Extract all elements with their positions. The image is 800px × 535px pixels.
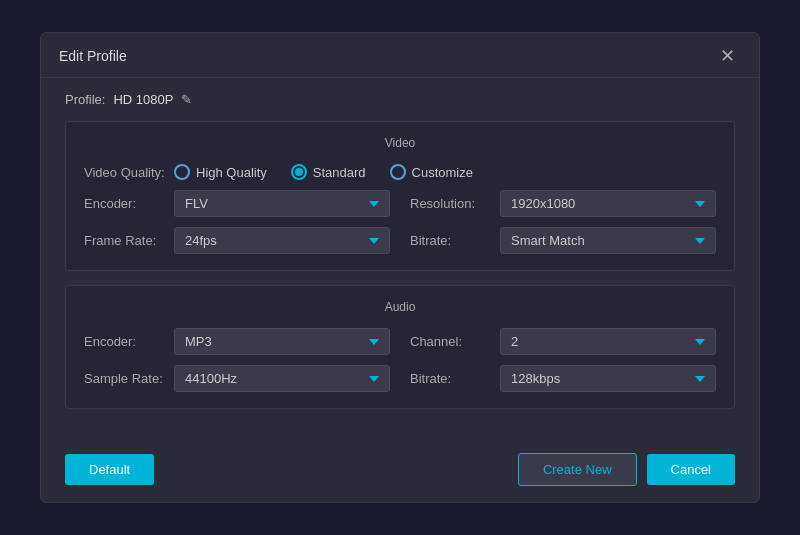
video-quality-radio-group: High Quality Standard Customize xyxy=(174,164,716,180)
close-button[interactable]: ✕ xyxy=(714,45,741,67)
framerate-bitrate-row: Frame Rate: 24fps 25fps 30fps 60fps Bitr… xyxy=(84,227,716,254)
resolution-col: Resolution: 1920x1080 1280x720 640x480 xyxy=(410,190,716,217)
video-quality-row: Video Quality: High Quality Standard Cus… xyxy=(84,164,716,180)
edit-icon[interactable]: ✎ xyxy=(181,92,192,107)
create-new-button[interactable]: Create New xyxy=(518,453,637,486)
channel-label: Channel: xyxy=(410,334,500,349)
audio-section: Audio Encoder: MP3 AAC WAV OGG Channel: … xyxy=(65,285,735,409)
radio-high-quality[interactable]: High Quality xyxy=(174,164,267,180)
default-button[interactable]: Default xyxy=(65,454,154,485)
frame-rate-select[interactable]: 24fps 25fps 30fps 60fps xyxy=(174,227,390,254)
audio-bitrate-label: Bitrate: xyxy=(410,371,500,386)
video-encoder-select[interactable]: FLV H.264 H.265 MPEG-4 xyxy=(174,190,390,217)
radio-customize[interactable]: Customize xyxy=(390,164,473,180)
video-bitrate-select[interactable]: Smart Match Custom High Medium Low xyxy=(500,227,716,254)
sample-rate-label: Sample Rate: xyxy=(84,371,174,386)
radio-label-customize: Customize xyxy=(412,165,473,180)
frame-rate-col: Frame Rate: 24fps 25fps 30fps 60fps xyxy=(84,227,390,254)
video-bitrate-col: Bitrate: Smart Match Custom High Medium … xyxy=(410,227,716,254)
encoder-resolution-row: Encoder: FLV H.264 H.265 MPEG-4 Resoluti… xyxy=(84,190,716,217)
dialog-title: Edit Profile xyxy=(59,48,127,64)
profile-name: HD 1080P xyxy=(113,92,173,107)
channel-select[interactable]: 1 2 xyxy=(500,328,716,355)
profile-label: Profile: xyxy=(65,92,105,107)
encoder-col: Encoder: FLV H.264 H.265 MPEG-4 xyxy=(84,190,390,217)
video-encoder-label: Encoder: xyxy=(84,196,174,211)
samplerate-bitrate-row: Sample Rate: 44100Hz 22050Hz 48000Hz Bit… xyxy=(84,365,716,392)
audio-encoder-label: Encoder: xyxy=(84,334,174,349)
profile-row: Profile: HD 1080P ✎ xyxy=(65,92,735,107)
radio-standard[interactable]: Standard xyxy=(291,164,366,180)
dialog-footer: Default Create New Cancel xyxy=(41,441,759,502)
audio-bitrate-select[interactable]: 128kbps 192kbps 256kbps 320kbps xyxy=(500,365,716,392)
audio-section-title: Audio xyxy=(84,300,716,314)
radio-circle-standard xyxy=(291,164,307,180)
sample-rate-select[interactable]: 44100Hz 22050Hz 48000Hz xyxy=(174,365,390,392)
video-quality-label: Video Quality: xyxy=(84,165,174,180)
audio-encoder-select[interactable]: MP3 AAC WAV OGG xyxy=(174,328,390,355)
radio-circle-high xyxy=(174,164,190,180)
edit-profile-dialog: Edit Profile ✕ Profile: HD 1080P ✎ Video… xyxy=(40,32,760,503)
audio-encoder-channel-row: Encoder: MP3 AAC WAV OGG Channel: 1 2 xyxy=(84,328,716,355)
radio-label-standard: Standard xyxy=(313,165,366,180)
frame-rate-label: Frame Rate: xyxy=(84,233,174,248)
resolution-select[interactable]: 1920x1080 1280x720 640x480 xyxy=(500,190,716,217)
cancel-button[interactable]: Cancel xyxy=(647,454,735,485)
audio-bitrate-col: Bitrate: 128kbps 192kbps 256kbps 320kbps xyxy=(410,365,716,392)
video-section: Video Video Quality: High Quality Standa… xyxy=(65,121,735,271)
dialog-header: Edit Profile ✕ xyxy=(41,33,759,78)
audio-encoder-col: Encoder: MP3 AAC WAV OGG xyxy=(84,328,390,355)
sample-rate-col: Sample Rate: 44100Hz 22050Hz 48000Hz xyxy=(84,365,390,392)
resolution-label: Resolution: xyxy=(410,196,500,211)
radio-circle-customize xyxy=(390,164,406,180)
video-bitrate-label: Bitrate: xyxy=(410,233,500,248)
radio-label-high: High Quality xyxy=(196,165,267,180)
video-section-title: Video xyxy=(84,136,716,150)
channel-col: Channel: 1 2 xyxy=(410,328,716,355)
dialog-body: Profile: HD 1080P ✎ Video Video Quality:… xyxy=(41,78,759,441)
footer-right-buttons: Create New Cancel xyxy=(518,453,735,486)
